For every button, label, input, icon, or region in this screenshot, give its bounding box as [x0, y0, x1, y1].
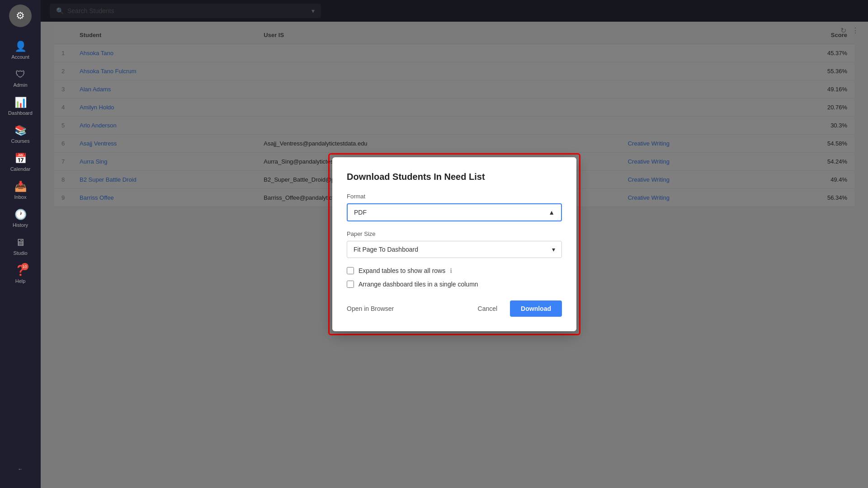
help-badge: 10	[21, 263, 28, 270]
sidebar-item-courses[interactable]: 📚 Courses	[0, 120, 41, 148]
format-value: PDF	[354, 209, 367, 216]
arrange-tiles-label: Arrange dashboard tiles in a single colu…	[359, 281, 478, 288]
arrange-tiles-row: Arrange dashboard tiles in a single colu…	[347, 281, 562, 288]
sidebar-item-calendar[interactable]: 📅 Calendar	[0, 148, 41, 176]
sidebar-collapse-button[interactable]: ←	[0, 462, 41, 476]
format-label: Format	[347, 193, 562, 200]
paper-size-value: Fit Page To Dashboard	[354, 246, 418, 253]
sidebar-item-studio[interactable]: 🖥 Studio	[0, 232, 41, 260]
expand-tables-checkbox[interactable]	[347, 267, 354, 274]
download-modal: Download Students In Need List Format PD…	[332, 157, 576, 331]
history-icon: 🕐	[14, 209, 27, 221]
open-in-browser-button[interactable]: Open in Browser	[347, 300, 394, 317]
expand-tables-info-icon[interactable]: ℹ	[450, 267, 452, 274]
admin-icon: 🛡	[15, 69, 25, 80]
modal-actions: Open in Browser Cancel Download	[347, 300, 562, 317]
expand-tables-label: Expand tables to show all rows	[359, 267, 445, 274]
sidebar-item-dashboard[interactable]: 📊 Dashboard	[0, 92, 41, 120]
modal-title: Download Students In Need List	[347, 172, 562, 182]
account-icon: 👤	[14, 41, 27, 52]
sidebar-item-account[interactable]: 👤 Account	[0, 36, 41, 64]
courses-icon: 📚	[14, 125, 27, 136]
collapse-icon: ←	[18, 466, 23, 472]
dashboard-icon: 📊	[14, 97, 27, 108]
sidebar-item-history[interactable]: 🕐 History	[0, 204, 41, 232]
sidebar: ⚙ 👤 Account 🛡 Admin 📊 Dashboard 📚 Course…	[0, 0, 41, 488]
download-button[interactable]: Download	[510, 300, 562, 317]
arrange-tiles-checkbox[interactable]	[347, 281, 354, 288]
modal-action-buttons: Cancel Download	[471, 300, 562, 317]
inbox-icon: 📥	[14, 181, 27, 192]
cancel-button[interactable]: Cancel	[471, 300, 505, 317]
expand-tables-row: Expand tables to show all rows ℹ	[347, 267, 562, 274]
paper-size-dropdown-arrow: ▾	[552, 246, 555, 253]
format-select[interactable]: PDF ▲	[347, 203, 562, 221]
main-content: 🔍 ▾ ↻ ⋮ Student User IS Score 1 Ahsoka T…	[41, 0, 868, 488]
paper-size-label: Paper Size	[347, 230, 562, 237]
sidebar-item-admin[interactable]: 🛡 Admin	[0, 64, 41, 92]
modal-overlay: Download Students In Need List Format PD…	[41, 0, 868, 488]
modal-red-border: Download Students In Need List Format PD…	[328, 153, 580, 335]
format-dropdown-arrow: ▲	[548, 209, 555, 216]
studio-icon: 🖥	[15, 237, 25, 249]
paper-size-select[interactable]: Fit Page To Dashboard ▾	[347, 241, 562, 258]
calendar-icon: 📅	[14, 153, 27, 164]
sidebar-item-help[interactable]: ❓ 10 Help	[0, 260, 41, 288]
app-logo: ⚙	[9, 5, 32, 27]
sidebar-item-inbox[interactable]: 📥 Inbox	[0, 176, 41, 204]
